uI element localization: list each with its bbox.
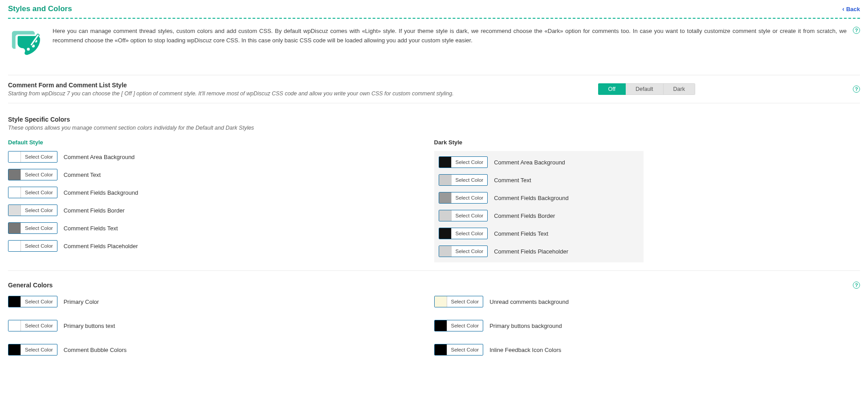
general-unread-bg-color-picker[interactable]: Select Color: [434, 296, 484, 307]
palette-icon: [8, 27, 44, 62]
color-option-label: Comment Fields Background: [494, 195, 569, 201]
intro-text: Here you can manage comment thread style…: [53, 27, 860, 45]
select-color-label: Select Color: [452, 157, 488, 168]
color-option-label: Primary Color: [64, 298, 99, 305]
select-color-label: Select Color: [452, 246, 488, 257]
color-option-label: Comment Fields Border: [64, 207, 125, 214]
color-option-label: Comment Fields Background: [64, 189, 139, 196]
default-style-heading: Default Style: [8, 139, 434, 146]
color-option-label: Comment Bubble Colors: [64, 347, 127, 353]
select-color-label: Select Color: [21, 344, 57, 355]
color-swatch: [8, 344, 21, 355]
select-color-label: Select Color: [447, 320, 483, 331]
color-swatch: [8, 169, 21, 180]
color-swatch: [8, 205, 21, 216]
default-fields-placeholder-color-picker[interactable]: Select Color: [8, 240, 57, 252]
style-toggle-group: Off Default Dark: [598, 83, 695, 95]
select-color-label: Select Color: [452, 175, 488, 185]
general-colors-title: General Colors ?: [8, 282, 860, 289]
color-swatch: [435, 296, 447, 307]
default-fields-text-color-picker[interactable]: Select Color: [8, 222, 57, 234]
dark-fields-border-color-picker[interactable]: Select Color: [439, 210, 488, 221]
dark-fields-placeholder-color-picker[interactable]: Select Color: [439, 245, 488, 257]
select-color-label: Select Color: [452, 228, 488, 239]
color-option-label: Comment Fields Text: [64, 225, 118, 232]
color-option-label: Primary buttons text: [64, 323, 115, 329]
color-option-label: Inline Feedback Icon Colors: [489, 347, 561, 353]
specific-colors-desc: These options allows you manage comment …: [8, 125, 860, 131]
color-option-label: Comment Text: [64, 172, 101, 178]
color-option-label: Comment Area Background: [64, 154, 135, 160]
color-option-label: Comment Fields Border: [494, 213, 555, 219]
help-icon[interactable]: ?: [853, 86, 860, 93]
general-primary-btn-text-color-picker[interactable]: Select Color: [8, 320, 57, 331]
general-bubble-color-picker[interactable]: Select Color: [8, 344, 57, 356]
color-option-label: Primary buttons background: [489, 323, 562, 329]
style-toggle-off[interactable]: Off: [598, 83, 626, 95]
style-setting-title: Comment Form and Comment List Style: [8, 82, 598, 89]
default-fields-border-color-picker[interactable]: Select Color: [8, 204, 57, 216]
color-option-label: Unread comments background: [489, 298, 569, 305]
select-color-label: Select Color: [21, 151, 57, 162]
color-swatch: [8, 320, 21, 331]
color-option-label: Comment Fields Placeholder: [494, 248, 568, 255]
color-option-label: Comment Area Background: [494, 159, 565, 166]
select-color-label: Select Color: [447, 296, 483, 307]
help-icon[interactable]: ?: [853, 27, 860, 34]
select-color-label: Select Color: [21, 241, 57, 251]
style-toggle-dark[interactable]: Dark: [664, 83, 695, 95]
color-swatch: [439, 175, 452, 185]
dark-fields-bg-color-picker[interactable]: Select Color: [439, 192, 488, 204]
default-fields-bg-color-picker[interactable]: Select Color: [8, 187, 57, 198]
default-text-color-picker[interactable]: Select Color: [8, 169, 57, 180]
dark-fields-text-color-picker[interactable]: Select Color: [439, 228, 488, 239]
general-feedback-icon-color-picker[interactable]: Select Color: [434, 344, 484, 356]
color-swatch: [435, 344, 447, 355]
color-option-label: Comment Text: [494, 177, 531, 184]
color-swatch: [8, 223, 21, 233]
color-option-label: Comment Fields Placeholder: [64, 243, 138, 249]
default-area-bg-color-picker[interactable]: Select Color: [8, 151, 57, 163]
select-color-label: Select Color: [21, 187, 57, 198]
color-swatch: [8, 151, 21, 162]
help-icon[interactable]: ?: [853, 282, 860, 289]
general-primary-color-picker[interactable]: Select Color: [8, 296, 57, 307]
select-color-label: Select Color: [447, 344, 483, 355]
dark-text-color-picker[interactable]: Select Color: [439, 174, 488, 186]
select-color-label: Select Color: [21, 296, 57, 307]
color-swatch: [8, 241, 21, 251]
select-color-label: Select Color: [452, 210, 488, 221]
general-primary-btn-bg-color-picker[interactable]: Select Color: [434, 320, 484, 331]
select-color-label: Select Color: [21, 205, 57, 216]
color-swatch: [439, 192, 452, 203]
select-color-label: Select Color: [21, 320, 57, 331]
select-color-label: Select Color: [21, 223, 57, 233]
color-swatch: [435, 320, 447, 331]
specific-colors-title: Style Specific Colors: [8, 116, 860, 123]
color-swatch: [439, 228, 452, 239]
color-option-label: Comment Fields Text: [494, 230, 548, 237]
style-toggle-default[interactable]: Default: [626, 83, 664, 95]
color-swatch: [439, 246, 452, 257]
back-link[interactable]: Back: [842, 5, 860, 12]
style-setting-desc: Starting from wpDiscuz 7 you can choose …: [8, 90, 598, 97]
select-color-label: Select Color: [21, 169, 57, 180]
color-swatch: [439, 157, 452, 168]
dark-area-bg-color-picker[interactable]: Select Color: [439, 156, 488, 168]
select-color-label: Select Color: [452, 192, 488, 203]
color-swatch: [439, 210, 452, 221]
dark-style-heading: Dark Style: [434, 139, 860, 146]
color-swatch: [8, 187, 21, 198]
color-swatch: [8, 296, 21, 307]
page-title: Styles and Colors: [8, 4, 72, 13]
svg-point-2: [27, 48, 29, 50]
